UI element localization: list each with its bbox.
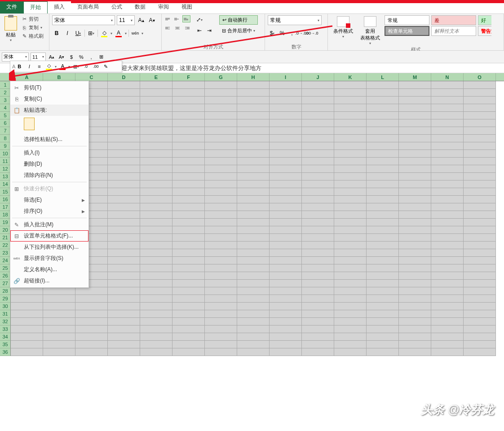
cell-style-warning[interactable]: 警告文 bbox=[478, 26, 491, 36]
row-header-19[interactable]: 19 bbox=[0, 219, 11, 226]
cell[interactable] bbox=[302, 81, 334, 89]
tab-data[interactable]: 数据 bbox=[128, 1, 152, 13]
bold-button[interactable]: B bbox=[52, 29, 61, 38]
cell[interactable] bbox=[140, 264, 172, 272]
mini-size-select[interactable]: 11▾ bbox=[31, 53, 46, 62]
cell[interactable] bbox=[237, 234, 270, 242]
cell[interactable] bbox=[108, 211, 140, 219]
cell[interactable] bbox=[367, 264, 399, 272]
cell[interactable] bbox=[399, 242, 431, 249]
col-header-M[interactable]: M bbox=[399, 73, 431, 81]
cell[interactable] bbox=[367, 234, 399, 242]
cell[interactable] bbox=[334, 325, 367, 333]
cell[interactable] bbox=[270, 280, 302, 287]
col-header-D[interactable]: D bbox=[108, 73, 140, 81]
cell[interactable] bbox=[334, 89, 367, 97]
row-header-33[interactable]: 33 bbox=[0, 325, 11, 333]
cell[interactable] bbox=[172, 249, 205, 257]
cell[interactable] bbox=[367, 211, 399, 219]
cell[interactable] bbox=[108, 341, 140, 348]
cell[interactable] bbox=[431, 112, 464, 119]
cell[interactable] bbox=[399, 196, 431, 203]
cell[interactable] bbox=[11, 318, 43, 325]
cell[interactable] bbox=[464, 142, 496, 150]
cell[interactable] bbox=[270, 264, 302, 272]
cell[interactable] bbox=[464, 211, 496, 219]
cell[interactable] bbox=[172, 280, 205, 287]
cell[interactable] bbox=[237, 203, 270, 211]
orientation-button[interactable]: ⤢▾ bbox=[195, 15, 204, 24]
cell[interactable] bbox=[11, 295, 43, 303]
row-header-3[interactable]: 3 bbox=[0, 97, 11, 104]
cell[interactable] bbox=[334, 341, 367, 348]
row-header-34[interactable]: 34 bbox=[0, 333, 11, 341]
cell[interactable] bbox=[464, 119, 496, 127]
row-header-17[interactable]: 17 bbox=[0, 203, 11, 211]
cell[interactable] bbox=[399, 165, 431, 173]
cell[interactable] bbox=[108, 219, 140, 226]
cell[interactable] bbox=[431, 81, 464, 89]
cell[interactable] bbox=[205, 234, 237, 242]
cell[interactable] bbox=[237, 348, 270, 356]
cell[interactable] bbox=[334, 226, 367, 234]
align-center-icon[interactable] bbox=[173, 24, 181, 31]
cell[interactable] bbox=[367, 318, 399, 325]
cell[interactable] bbox=[334, 310, 367, 318]
col-header-B[interactable]: B bbox=[43, 73, 75, 81]
cell[interactable] bbox=[367, 81, 399, 89]
cell[interactable] bbox=[367, 341, 399, 348]
cell[interactable] bbox=[302, 119, 334, 127]
cell[interactable] bbox=[334, 348, 367, 356]
cell[interactable] bbox=[367, 257, 399, 264]
col-header-I[interactable]: I bbox=[270, 73, 302, 81]
decrease-font-icon[interactable]: A▾ bbox=[147, 16, 156, 25]
cell[interactable] bbox=[270, 150, 302, 158]
cell[interactable] bbox=[464, 272, 496, 280]
row-header-13[interactable]: 13 bbox=[0, 173, 11, 180]
mini-border[interactable]: ⊞ bbox=[97, 53, 105, 61]
cell[interactable] bbox=[140, 173, 172, 180]
cell[interactable] bbox=[140, 135, 172, 142]
cell[interactable] bbox=[302, 295, 334, 303]
cell[interactable] bbox=[431, 249, 464, 257]
cell[interactable] bbox=[140, 234, 172, 242]
tab-home[interactable]: 开始 bbox=[23, 1, 48, 13]
cell[interactable] bbox=[334, 97, 367, 104]
cell[interactable] bbox=[334, 211, 367, 219]
border-button[interactable]: ⊞▾ bbox=[87, 29, 96, 38]
cell[interactable] bbox=[11, 325, 43, 333]
cell[interactable] bbox=[270, 97, 302, 104]
cell[interactable] bbox=[270, 112, 302, 119]
cell[interactable] bbox=[431, 341, 464, 348]
cell[interactable] bbox=[464, 97, 496, 104]
cell[interactable] bbox=[140, 158, 172, 165]
cell[interactable] bbox=[108, 348, 140, 356]
decrease-decimal-icon[interactable]: .00→.0 bbox=[307, 29, 316, 38]
cell[interactable] bbox=[334, 81, 367, 89]
cell[interactable] bbox=[302, 196, 334, 203]
pinyin-button[interactable]: wén bbox=[131, 29, 140, 38]
cell[interactable] bbox=[431, 158, 464, 165]
cell[interactable] bbox=[367, 272, 399, 280]
cell[interactable] bbox=[431, 211, 464, 219]
cell-style-bad[interactable]: 差 bbox=[431, 15, 476, 25]
cell[interactable] bbox=[334, 249, 367, 257]
cell[interactable] bbox=[431, 150, 464, 158]
cell[interactable] bbox=[205, 303, 237, 310]
cell[interactable] bbox=[302, 112, 334, 119]
cell[interactable] bbox=[205, 295, 237, 303]
cell[interactable] bbox=[367, 150, 399, 158]
cell[interactable] bbox=[205, 173, 237, 180]
cell[interactable] bbox=[431, 280, 464, 287]
cell[interactable] bbox=[108, 97, 140, 104]
cell[interactable] bbox=[43, 318, 75, 325]
tab-formula[interactable]: 公式 bbox=[105, 1, 128, 13]
cell[interactable] bbox=[43, 295, 75, 303]
cell[interactable] bbox=[334, 280, 367, 287]
cell[interactable] bbox=[270, 211, 302, 219]
cell[interactable] bbox=[140, 165, 172, 173]
cell[interactable] bbox=[367, 242, 399, 249]
cell[interactable] bbox=[464, 127, 496, 135]
cell[interactable] bbox=[172, 119, 205, 127]
cell[interactable] bbox=[302, 249, 334, 257]
